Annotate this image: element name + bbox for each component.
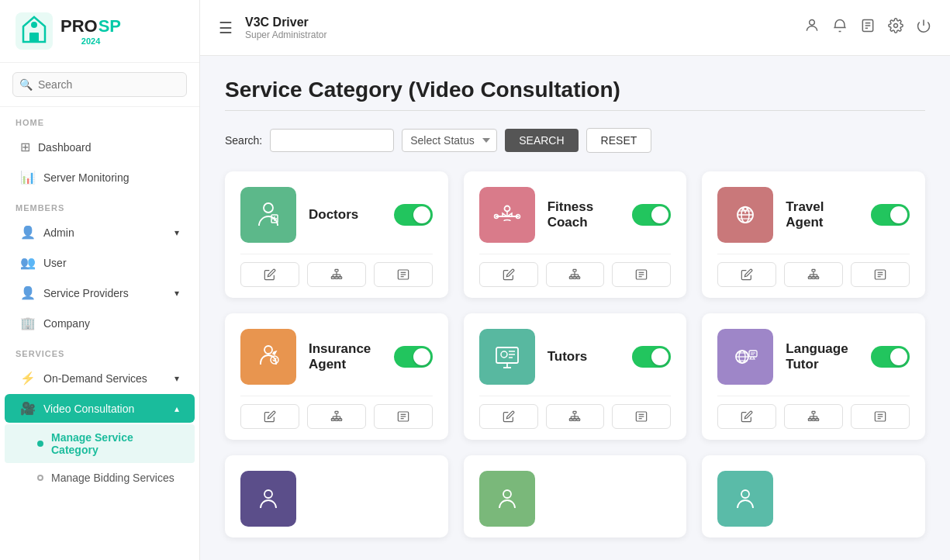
- travel-icon: [730, 199, 761, 230]
- reset-button[interactable]: RESET: [586, 128, 652, 153]
- user-profile-icon[interactable]: [804, 18, 820, 37]
- insurance-edit-btn[interactable]: [240, 404, 299, 429]
- svg-rect-67: [335, 411, 338, 413]
- sidebar-item-video-consultation[interactable]: 🎥 Video Consultation ▴: [5, 394, 195, 423]
- insurance-list-btn[interactable]: [374, 404, 433, 429]
- language-toggle[interactable]: [871, 346, 910, 368]
- card-insurance-agent: Insurance Agent: [225, 313, 448, 440]
- doctors-edit-btn[interactable]: [240, 262, 299, 287]
- doctors-hierarchy-btn[interactable]: [307, 262, 366, 287]
- card-tutors-top: Tutors: [479, 329, 672, 385]
- logo-pro: PRO: [60, 16, 98, 36]
- on-demand-icon: ⚡: [20, 371, 36, 385]
- tutors-edit-btn[interactable]: [479, 404, 538, 429]
- svg-rect-105: [749, 351, 757, 357]
- travel-edit-btn[interactable]: [717, 262, 776, 287]
- language-actions: [717, 396, 910, 429]
- card8-icon: [492, 483, 523, 514]
- sidebar-item-service-providers[interactable]: 👤 Service Providers ▾: [5, 278, 195, 307]
- filter-bar: Search: Select Status Active Inactive SE…: [225, 128, 925, 153]
- sidebar-item-user[interactable]: 👥 User: [5, 248, 195, 277]
- logo-icon: [16, 12, 53, 50]
- travel-list-btn[interactable]: [851, 262, 910, 287]
- travel-hierarchy-btn[interactable]: [784, 262, 843, 287]
- sidebar-search-icon: 🔍: [19, 78, 33, 91]
- fitness-icon: [492, 199, 523, 230]
- tutors-list-btn[interactable]: [612, 404, 671, 429]
- fitness-list-btn[interactable]: [612, 262, 671, 287]
- doctors-list-btn[interactable]: [374, 262, 433, 287]
- card-travel-top: Travel Agent: [717, 187, 910, 243]
- doctors-name: Doctors: [309, 207, 382, 223]
- language-edit-btn[interactable]: [717, 404, 776, 429]
- sidebar-sub-manage-service-category[interactable]: Manage Service Category: [5, 424, 195, 463]
- section-services-label: SERVICES: [0, 338, 199, 363]
- admin-chevron-icon: ▾: [174, 227, 179, 238]
- language-list-btn[interactable]: [851, 404, 910, 429]
- card8-icon-wrap: [479, 471, 535, 527]
- sidebar-item-company[interactable]: 🏢 Company: [5, 309, 195, 337]
- logo: PRO SP 2024: [0, 0, 199, 63]
- fitness-edit-btn[interactable]: [479, 262, 538, 287]
- notes-icon[interactable]: [860, 18, 876, 37]
- card-9-top: [717, 471, 910, 527]
- active-dot: [37, 441, 43, 447]
- svg-point-65: [264, 346, 272, 354]
- travel-toggle[interactable]: [871, 204, 910, 226]
- card-7: [225, 455, 448, 538]
- language-toggle-track: [871, 346, 910, 368]
- sidebar: PRO SP 2024 🔍 HOME ⊞ Dashboard 📊 Server …: [0, 0, 200, 560]
- search-input[interactable]: [270, 129, 394, 152]
- insurance-hierarchy-btn[interactable]: [307, 404, 366, 429]
- card-fitness-top: Fitness Coach: [479, 187, 672, 243]
- sidebar-item-server-monitoring[interactable]: 📊 Server Monitoring: [5, 163, 195, 192]
- sidebar-item-admin[interactable]: 👤 Admin ▾: [5, 218, 195, 247]
- language-toggle-knob: [890, 348, 907, 365]
- fitness-hierarchy-btn[interactable]: [546, 262, 605, 287]
- card-insurance-top: Insurance Agent: [240, 329, 433, 385]
- sidebar-item-on-demand-label: On-Demand Services: [43, 372, 147, 385]
- search-button[interactable]: SEARCH: [505, 129, 578, 152]
- power-icon[interactable]: [916, 18, 931, 37]
- topbar-icons: [804, 18, 931, 37]
- alert-icon[interactable]: [832, 18, 848, 37]
- insurance-icon-wrap: [240, 329, 296, 385]
- doctors-icon-wrap: [240, 187, 296, 243]
- sidebar-item-dashboard[interactable]: ⊞ Dashboard: [5, 133, 195, 161]
- fitness-toggle[interactable]: [632, 204, 671, 226]
- card-doctors-top: Doctors: [240, 187, 433, 243]
- tutors-toggle-knob: [651, 348, 668, 365]
- sidebar-sub-manage-bidding[interactable]: Manage Bidding Services: [5, 465, 195, 491]
- title-divider: [225, 110, 925, 111]
- sidebar-item-on-demand[interactable]: ⚡ On-Demand Services ▾: [5, 364, 195, 392]
- sidebar-item-server-label: Server Monitoring: [43, 171, 130, 184]
- svg-point-3: [31, 22, 37, 28]
- card-7-top: [240, 471, 433, 527]
- menu-icon[interactable]: ☰: [219, 19, 233, 37]
- sub-manage-bidding-label: Manage Bidding Services: [51, 472, 174, 484]
- card-language-tutor: Language Tutor: [702, 313, 925, 440]
- fitness-toggle-knob: [651, 206, 668, 223]
- admin-icon: 👤: [20, 225, 36, 240]
- main-area: ☰ V3C Driver Super Administrator Servic: [200, 0, 950, 560]
- video-consultation-icon: 🎥: [20, 401, 36, 416]
- insurance-actions: [240, 396, 433, 429]
- service-providers-icon: 👤: [20, 285, 36, 300]
- doctors-actions: [240, 254, 433, 287]
- insurance-toggle-track: [394, 346, 433, 368]
- tutors-toggle[interactable]: [632, 346, 671, 368]
- card9-icon: [730, 483, 761, 514]
- company-icon: 🏢: [20, 316, 36, 330]
- section-home-label: HOME: [0, 107, 199, 132]
- svg-rect-32: [573, 269, 576, 271]
- doctors-toggle[interactable]: [394, 204, 433, 226]
- settings-icon[interactable]: [888, 18, 903, 37]
- sidebar-item-dashboard-label: Dashboard: [38, 141, 92, 154]
- tutors-hierarchy-btn[interactable]: [546, 404, 605, 429]
- sidebar-search-input[interactable]: [12, 72, 187, 97]
- insurance-toggle[interactable]: [394, 346, 433, 368]
- card7-icon: [253, 483, 284, 514]
- status-select[interactable]: Select Status Active Inactive: [402, 129, 497, 152]
- card-8: [464, 455, 687, 538]
- language-hierarchy-btn[interactable]: [784, 404, 843, 429]
